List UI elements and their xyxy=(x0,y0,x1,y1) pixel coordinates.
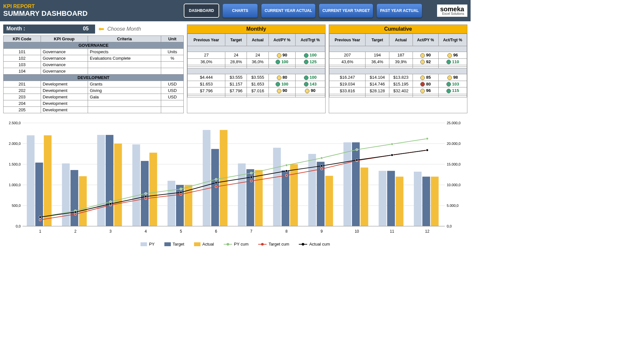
kpi-table: KPI CodeKPI GroupCriteriaUnitGOVERNANCE1… xyxy=(3,35,184,113)
table-row: $1.653$1.157$1.653 100 143 xyxy=(188,81,325,87)
svg-rect-37 xyxy=(282,170,289,226)
table-row: 104Governance xyxy=(4,68,184,75)
status-dot xyxy=(447,76,452,80)
svg-point-95 xyxy=(215,182,217,184)
monthly-title: Monthly xyxy=(187,25,325,34)
table-row: $4.444$3.555$3.555 80 100 xyxy=(188,74,325,81)
status-dot xyxy=(304,60,308,64)
svg-rect-52 xyxy=(396,176,404,226)
svg-rect-32 xyxy=(106,135,113,226)
svg-text:4: 4 xyxy=(145,229,147,234)
svg-text:2: 2 xyxy=(74,229,76,234)
svg-text:11: 11 xyxy=(390,229,395,234)
status-dot xyxy=(420,76,425,80)
svg-rect-44 xyxy=(114,144,122,226)
logo: someka Excel Solutions xyxy=(437,5,468,17)
svg-rect-25 xyxy=(273,148,281,226)
svg-text:500,0: 500,0 xyxy=(12,204,21,207)
cumulative-block: Cumulative Previous YearTargetActualAct/… xyxy=(329,25,467,113)
choose-month-hint: Choose Month xyxy=(107,26,141,32)
month-selector[interactable]: Month : 05 xyxy=(3,25,95,34)
svg-rect-51 xyxy=(360,167,368,226)
svg-text:15.000,0: 15.000,0 xyxy=(447,162,461,166)
chart-legend: PYTargetActual.ln[style*='#8fc77f']::aft… xyxy=(3,240,467,248)
table-row: 202DevelopmentGivingUSD xyxy=(4,87,184,94)
col-header: Target xyxy=(225,34,247,46)
table-row xyxy=(188,96,325,97)
combo-chart: 0,00,0500,05.000,01.000,010.000,01.500,0… xyxy=(3,116,467,239)
status-dot xyxy=(305,89,309,93)
group-header: GOVERNANCE xyxy=(4,42,184,49)
status-dot xyxy=(277,89,281,93)
svg-text:1.000,0: 1.000,0 xyxy=(9,183,21,187)
svg-text:20.000,0: 20.000,0 xyxy=(447,142,461,146)
svg-rect-19 xyxy=(62,163,70,226)
svg-rect-50 xyxy=(325,176,333,226)
group-header: DEVELOPMENT xyxy=(4,75,184,81)
table-row: $33.816$28.128$32.402 96 115 xyxy=(329,87,467,94)
svg-rect-24 xyxy=(238,163,246,226)
cumulative-title: Cumulative xyxy=(329,25,467,34)
legend-item: .ln[style*='#d23b2b']::after{background:… xyxy=(258,242,289,247)
svg-point-86 xyxy=(320,168,323,170)
svg-point-94 xyxy=(180,191,182,194)
svg-point-78 xyxy=(39,219,41,221)
svg-text:3: 3 xyxy=(110,229,112,234)
table-row: 203DevelopmentGalaUSD xyxy=(4,94,184,100)
svg-point-83 xyxy=(215,186,217,188)
svg-text:12: 12 xyxy=(425,229,430,234)
svg-point-93 xyxy=(145,195,147,197)
logo-sub: Excel Solutions xyxy=(442,12,464,15)
svg-text:10: 10 xyxy=(355,229,359,234)
status-dot xyxy=(420,53,425,58)
table-row: 207194187 90 96 xyxy=(329,52,467,59)
status-dot xyxy=(276,82,280,86)
status-dot xyxy=(277,53,281,58)
table-row: 43,6%36,4%39,9% 92 110 xyxy=(329,58,467,65)
svg-rect-48 xyxy=(255,170,263,226)
page-subtitle: SUMMARY DASHBOARD xyxy=(3,9,184,18)
svg-text:0,0: 0,0 xyxy=(447,224,452,228)
month-label: Month : xyxy=(3,25,76,34)
col-header: Actual xyxy=(247,34,268,46)
table-row: $19.034$14.746$15.195 80 103 xyxy=(329,81,467,87)
table-row: 201DevelopmentGrantsUSD xyxy=(4,81,184,87)
table-row: $7.796$7.796$7.016 90 90 xyxy=(188,87,325,94)
nav-cy-target[interactable]: CURRENT YEAR TARGET xyxy=(319,4,373,18)
nav-cy-actual[interactable]: CURRENT YEAR ACTUAL xyxy=(261,4,316,18)
status-dot xyxy=(304,82,308,86)
status-dot xyxy=(304,53,308,58)
table-row: 102GovernanceEvaluations Complete% xyxy=(4,55,184,62)
table-row xyxy=(329,96,467,97)
nav-dashboard[interactable]: DASHBOARD xyxy=(184,4,219,18)
svg-point-84 xyxy=(250,180,252,182)
table-row: 205Development xyxy=(4,107,184,113)
svg-rect-26 xyxy=(308,154,316,226)
svg-point-100 xyxy=(391,154,393,156)
col-header: Criteria xyxy=(88,36,161,42)
svg-rect-39 xyxy=(352,142,360,226)
table-row: $16.247$14.104$13.823 85 98 xyxy=(329,74,467,81)
nav-py-actual[interactable]: PAST YEAR ACTUAL xyxy=(376,4,422,18)
arrow-left-icon: ⬅ xyxy=(98,25,104,33)
svg-rect-38 xyxy=(317,162,325,226)
col-header: Act/PY % xyxy=(268,34,295,46)
col-header: Act/Trgt % xyxy=(438,34,467,46)
svg-text:10.000,0: 10.000,0 xyxy=(447,183,461,187)
svg-rect-27 xyxy=(344,142,351,226)
svg-point-96 xyxy=(250,176,252,178)
legend-item: .ln[style*='#000000']::after{background:… xyxy=(299,242,330,247)
col-header: KPI Group xyxy=(41,36,88,42)
col-header: Previous Year xyxy=(329,34,366,46)
svg-point-91 xyxy=(74,211,76,213)
svg-text:2.500,0: 2.500,0 xyxy=(9,121,21,125)
legend-item: Target xyxy=(164,242,184,247)
col-header: Previous Year xyxy=(188,34,225,46)
svg-point-85 xyxy=(285,174,288,176)
logo-text: someka xyxy=(440,6,464,12)
svg-rect-29 xyxy=(414,172,422,226)
svg-text:25.000,0: 25.000,0 xyxy=(447,121,461,125)
nav-charts[interactable]: CHARTS xyxy=(222,4,258,18)
col-header: Act/PY % xyxy=(413,34,438,46)
status-dot xyxy=(446,89,451,93)
